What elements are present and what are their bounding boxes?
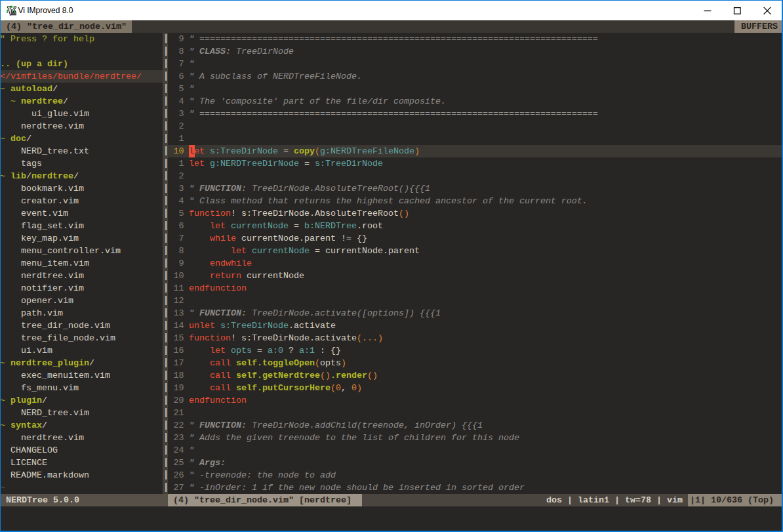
svg-text:im: im <box>11 10 16 16</box>
